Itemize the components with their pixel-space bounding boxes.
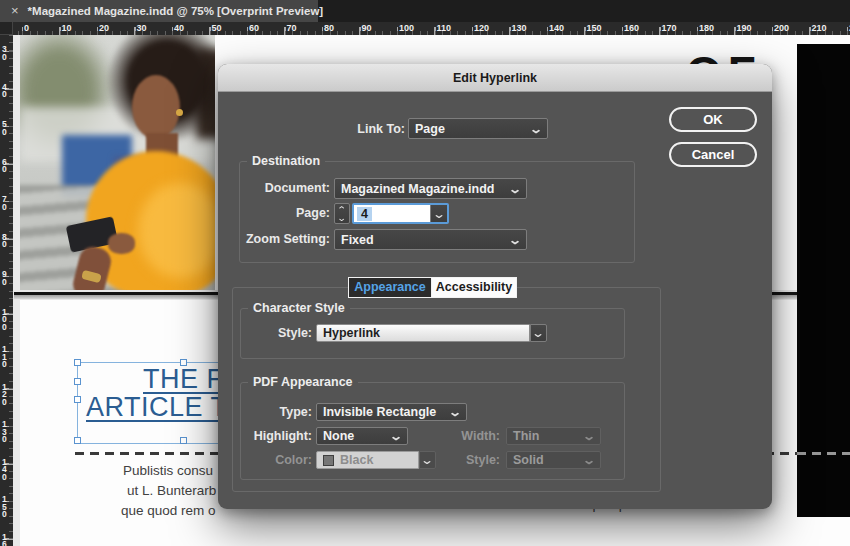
color-dropdown-button: ⌄ (419, 451, 436, 469)
page-input-selected-text: 4 (357, 207, 372, 221)
width-label: Width: (452, 429, 500, 443)
edit-hyperlink-dialog: Edit Hyperlink Link To: Page ⌄ OK Cancel… (218, 64, 772, 509)
ruler-h-label: 130 (512, 23, 527, 33)
ruler-h-label: 160 (624, 23, 639, 33)
frame-handle-in-port[interactable] (74, 378, 81, 385)
close-icon[interactable]: × (11, 0, 19, 22)
document-dropdown[interactable]: Magazined Magazine.indd ⌄ (334, 178, 527, 199)
chevron-down-icon: ⌄ (531, 328, 545, 338)
character-style-group-label: Character Style (248, 301, 350, 315)
stepper-down-icon: ⌄ (337, 214, 347, 222)
width-value: Thin (513, 429, 539, 443)
style-dropdown-button[interactable]: ⌄ (530, 324, 547, 342)
chevron-down-icon: ⌄ (420, 455, 434, 465)
black-image-block (797, 44, 850, 517)
ruler-v-label: 1 0 0 (2, 309, 7, 332)
frame-handle-top-mid[interactable] (180, 359, 187, 366)
type-value: Invisible Rectangle (323, 405, 436, 419)
ruler-v-label: 8 0 (2, 234, 7, 249)
tab-accessibility[interactable]: Accessibility (431, 278, 516, 297)
color-swatch-icon (323, 455, 334, 466)
chevron-down-icon: ⌄ (389, 431, 403, 441)
color-value: Black (340, 453, 373, 467)
chevron-down-icon: ⌄ (448, 407, 462, 417)
tab-appearance[interactable]: Appearance (349, 278, 431, 297)
chevron-down-icon: ⌄ (508, 184, 522, 194)
style-label: Style: (250, 326, 312, 340)
link-to-value: Page (415, 122, 445, 136)
ruler-v-label: 1 3 0 (2, 421, 7, 444)
photo-hand (108, 233, 135, 254)
link-to-dropdown[interactable]: Page ⌄ (408, 118, 548, 139)
highlight-dropdown[interactable]: None ⌄ (316, 427, 408, 445)
ruler-origin-corner[interactable] (0, 22, 13, 35)
ruler-v-label: 1 2 0 (2, 384, 7, 407)
chevron-down-icon: ⌄ (582, 431, 596, 441)
application-window: TABLE OF THE F ARTICLE T Publistis consu… (0, 0, 850, 546)
frame-handle-top-left[interactable] (74, 359, 81, 366)
ruler-v-label: 5 0 (2, 121, 7, 136)
magazine-photo (20, 35, 215, 290)
page-stepper[interactable]: ⌃ ⌄ (334, 203, 350, 224)
frame-handle-bottom-mid[interactable] (180, 437, 187, 444)
ruler-v-label: 9 0 (2, 271, 7, 286)
page-dropdown-button[interactable]: ⌄ (430, 205, 447, 222)
ruler-h-label: 190 (737, 23, 752, 33)
headline-line-2: ARTICLE T (86, 392, 228, 423)
cancel-button[interactable]: Cancel (669, 142, 757, 167)
chevron-down-icon: ⌄ (582, 455, 596, 465)
link-to-label: Link To: (330, 122, 405, 136)
photo-earring (176, 109, 183, 116)
color-label: Color: (238, 453, 312, 467)
document-title: *Magazined Magazine.indd @ 75% [Overprin… (28, 5, 324, 17)
stroke-style-value: Solid (513, 453, 544, 467)
highlight-value: None (323, 429, 354, 443)
ruler-v-label: 3 0 (2, 46, 7, 61)
ruler-h-label: 20 (99, 23, 109, 33)
color-dropdown: Black (316, 451, 419, 469)
window-titlebar: × *Magazined Magazine.indd @ 75% [Overpr… (0, 0, 850, 22)
stroke-style-dropdown: Solid ⌄ (506, 451, 601, 469)
type-label: Type: (250, 405, 312, 419)
frame-handle-bottom-left[interactable] (74, 437, 81, 444)
ruler-v-label: 1 5 0 (2, 496, 7, 519)
ruler-h-label: 90 (362, 23, 372, 33)
ok-button[interactable]: OK (669, 107, 757, 132)
zoom-setting-value: Fixed (341, 233, 374, 247)
document-tab[interactable]: × *Magazined Magazine.indd @ 75% [Overpr… (0, 0, 318, 22)
ruler-v-label: 1 1 0 (2, 346, 7, 369)
body-text-line: ut L. Bunterarb (127, 483, 216, 498)
ruler-h-label: 210 (812, 23, 827, 33)
dialog-title[interactable]: Edit Hyperlink (218, 64, 772, 92)
photo-shirt-highlight (138, 183, 215, 278)
chevron-down-icon: ⌄ (432, 209, 446, 219)
ruler-h-label: 180 (699, 23, 714, 33)
ruler-h-label: 110 (437, 23, 452, 33)
ruler-h-label: 120 (474, 23, 489, 33)
ruler-h-label: 50 (212, 23, 222, 33)
ruler-h-label: 140 (549, 23, 564, 33)
ruler-h-label: 60 (249, 23, 259, 33)
page-input-wrap: 4 ⌄ (352, 203, 449, 224)
body-text-line: Publistis consu (123, 463, 213, 478)
zoom-setting-label: Zoom Setting: (240, 232, 330, 246)
page-input[interactable]: 4 (354, 205, 430, 222)
ruler-v-label: 4 0 (2, 84, 7, 99)
style-dropdown[interactable]: Hyperlink (316, 324, 530, 342)
ruler-h-label: 170 (662, 23, 677, 33)
headline-line-1: THE F (143, 364, 224, 395)
document-label: Document: (240, 181, 330, 195)
type-dropdown[interactable]: Invisible Rectangle ⌄ (316, 403, 467, 421)
zoom-setting-dropdown[interactable]: Fixed ⌄ (334, 229, 527, 250)
ruler-h-label: 30 (137, 23, 147, 33)
frame-handle-mid-left[interactable] (74, 396, 81, 403)
ruler-v-label: 6 0 (2, 159, 7, 174)
chevron-down-icon: ⌄ (529, 124, 543, 134)
body-text-line: que quod rem o (121, 503, 216, 518)
highlight-label: Highlight: (238, 429, 312, 443)
ruler-h-label: 80 (324, 23, 334, 33)
tab-bar: Appearance Accessibility (348, 277, 517, 298)
ruler-h-label: 150 (587, 23, 602, 33)
ruler-v-label: 1 6 0 (2, 534, 7, 546)
photo-face (132, 75, 180, 139)
